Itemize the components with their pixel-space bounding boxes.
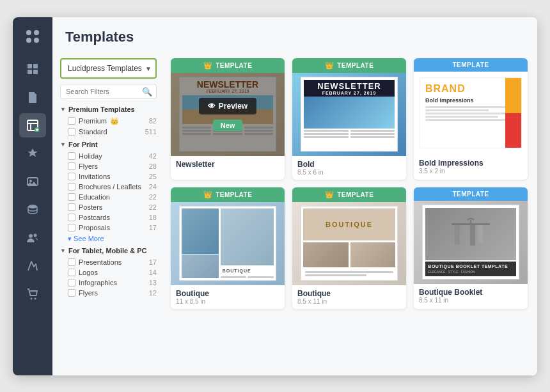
template-card-boutique-1[interactable]: 👑 TEMPLATE BOUTIQU [171,187,285,309]
cb-infographics[interactable] [68,279,75,286]
cb-presentations[interactable] [68,258,75,266]
filter-item-invitations[interactable]: Invitations 25 [60,171,157,182]
new-badge: New [213,120,243,131]
filter-section-print-label: For Print [68,141,98,148]
template-size-booklet: 8.5 x 11 in [419,297,522,304]
filter-item-logos[interactable]: Logos 14 [60,267,157,278]
filter-section-tablet: ▼ For Tablet, Mobile & PC Presentations … [60,247,157,298]
preview-overlay: 👁 Preview New [171,73,285,156]
booklet-visual: BOUTIQUE BOOKLET TEMPLATE ELEGANCE · STY… [422,205,519,279]
filter-item-flyers[interactable]: Flyers 28 [60,161,157,171]
template-source-select-wrapper[interactable]: Lucidpress Templates My Templates Shared… [60,58,157,79]
template-card-newsletter-1[interactable]: 👑 TEMPLATE NEWSLETTER FEBRUARY 27, 2019 [171,58,285,180]
filter-count-standard: 511 [145,128,157,136]
filter-section-print-header[interactable]: ▼ For Print [60,141,157,148]
template-card-header-boutique-2: 👑 TEMPLATE [292,187,406,202]
lbl-flyers-tablet: Flyers [79,289,98,297]
templates-grid-area: 👑 TEMPLATE NEWSLETTER FEBRUARY 27, 2019 [164,52,537,375]
sidebar-logo[interactable] [21,25,44,48]
filter-checkbox-premium[interactable] [68,117,75,125]
template-card-brand[interactable]: TEMPLATE BRAND Bold Impressions [414,58,528,180]
template-card-bold[interactable]: 👑 TEMPLATE NEWSLETTER FEBRUARY 27, 2019 [292,58,406,180]
cb-flyers-tablet[interactable] [68,289,75,297]
filter-item-proposals[interactable]: Proposals 17 [60,223,157,233]
cb-brochures[interactable] [68,183,75,191]
svg-rect-19 [455,225,460,244]
filter-section-premium-header[interactable]: ▼ Premium Templates [60,106,157,113]
template-card-footer-brand: Bold Impressions 3.5 x 2 in [414,155,528,178]
sidebar-item-dashboard[interactable] [19,57,46,81]
filter-item-education[interactable]: Education 22 [60,192,157,202]
filter-item-posters[interactable]: Posters 22 [60,202,157,212]
svg-rect-20 [462,225,468,243]
see-more-print[interactable]: ▾ See More [60,235,157,243]
template-size-bold: 8.5 x 6 in [297,169,401,176]
filter-item-presentations[interactable]: Presentations 17 [60,257,157,267]
chevron-icon-print: ▼ [60,141,66,148]
filter-item-infographics[interactable]: Infographics 13 [60,278,157,288]
template-card-boutique-2[interactable]: 👑 TEMPLATE BOUTIQUE [292,187,406,309]
filter-item-standard[interactable]: Standard 511 [60,127,157,137]
template-card-body-newsletter-1: NEWSLETTER FEBRUARY 27, 2019 [171,73,285,156]
lbl-proposals: Proposals [79,224,110,231]
svg-point-14 [34,233,37,237]
template-name-brand: Bold Impressions [419,159,522,168]
svg-rect-5 [33,64,38,68]
crown-icon-3: 👑 [203,191,213,199]
cb-education[interactable] [68,193,75,201]
filter-item-premium[interactable]: Premium 👑 82 [60,116,157,127]
sidebar-item-favorites[interactable] [19,141,46,166]
sidebar-item-media[interactable] [19,169,46,194]
sidebar-item-cart[interactable] [19,282,46,306]
sidebar-item-team[interactable] [19,226,46,250]
template-card-header-brand: TEMPLATE [414,58,528,72]
svg-point-1 [34,30,39,35]
content-area: Lucidpress Templates My Templates Shared… [52,52,537,375]
template-card-booklet[interactable]: TEMPLATE [414,187,528,309]
template-size-boutique-1: 11 x 8.5 in [176,298,279,305]
template-size-boutique-2: 8.5 x 11 in [297,298,401,305]
filter-section-tablet-header[interactable]: ▼ For Tablet, Mobile & PC [60,247,157,255]
template-name-booklet: Boutique Booklet [419,288,522,297]
template-source-select[interactable]: Lucidpress Templates My Templates Shared… [60,58,157,79]
template-card-footer-boutique-2: Boutique 8.5 x 11 in [292,285,406,309]
template-name-boutique-1: Boutique [176,289,279,298]
filter-item-postcards[interactable]: Postcards 18 [60,212,157,223]
template-name-boutique-2: Boutique [297,289,401,298]
chevron-icon: ▼ [60,106,66,113]
filter-checkbox-standard[interactable] [68,128,75,136]
template-card-body-brand: BRAND Bold Impressions [414,72,528,155]
cb-invitations[interactable] [68,173,75,180]
brand-subtitle-text: Bold Impressions [425,97,516,104]
crown-icon-4: 👑 [325,191,334,199]
cb-proposals[interactable] [68,224,75,231]
template-card-footer-booklet: Boutique Booklet 8.5 x 11 in [414,284,528,308]
cb-posters[interactable] [68,203,75,211]
filter-item-holiday[interactable]: Holiday 42 [60,151,157,161]
lbl-education: Education [79,193,110,201]
sidebar-item-data[interactable] [19,198,46,222]
sidebar-item-templates[interactable] [19,113,46,137]
sidebar-item-brand[interactable] [19,254,46,278]
filter-item-flyers-tablet[interactable]: Flyers 12 [60,288,157,298]
sidebar-item-documents[interactable] [19,85,46,109]
filter-section-premium: ▼ Premium Templates Premium 👑 82 [60,106,157,137]
left-panel: Lucidpress Templates My Templates Shared… [52,52,164,375]
cb-logos[interactable] [68,269,75,276]
preview-button[interactable]: 👁 Preview [199,98,256,114]
cb-flyers[interactable] [68,162,75,170]
chevron-icon-tablet: ▼ [60,247,66,254]
template-card-header-boutique-1: 👑 TEMPLATE [171,187,285,202]
filter-section-tablet-label: For Tablet, Mobile & PC [68,247,147,255]
template-card-header-bold: 👑 TEMPLATE [292,58,406,73]
cb-holiday[interactable] [68,152,75,160]
filter-item-brochures[interactable]: Brochures / Leaflets 24 [60,182,157,192]
lbl-brochures: Brochures / Leaflets [79,183,141,191]
template-size-brand: 3.5 x 2 in [419,168,522,175]
sidebar [13,17,52,375]
filter-label-standard: Standard [79,128,107,136]
svg-point-15 [31,297,33,299]
brand-accent [505,78,521,148]
cb-postcards[interactable] [68,214,75,221]
svg-point-0 [26,30,31,35]
